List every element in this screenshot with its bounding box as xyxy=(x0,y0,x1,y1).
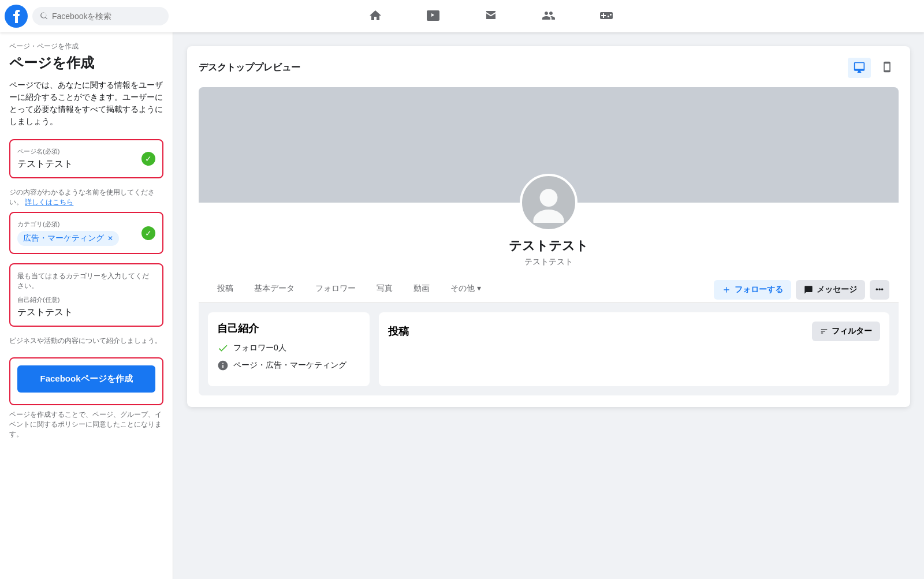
tabs-left: 投稿 基本データ フォロワー 写真 動画 その他 ▾ xyxy=(208,277,490,302)
svg-point-1 xyxy=(540,189,558,207)
posts-section: 投稿 フィルター xyxy=(379,312,889,386)
name-hint: ジの内容がわかるような名前を使用してください。 詳しくはこちら xyxy=(9,188,163,207)
page-description: ページでは、あなたに関する情報をユーザーに紹介することができます。ユーザーにとっ… xyxy=(9,79,163,128)
posts-header: 投稿 フィルター xyxy=(388,322,880,341)
info-icon xyxy=(217,360,229,371)
main-content: デスクトッププレビュー xyxy=(173,0,924,579)
profile-tabs: 投稿 基本データ フォロワー 写真 動画 その他 ▾ フォローする メッセージ xyxy=(199,277,899,303)
nav-left: Facebookを検索 xyxy=(0,5,173,28)
profile-avatar xyxy=(520,174,578,231)
create-button-section: Facebookページを作成 xyxy=(9,357,163,405)
category-check-icon: ✓ xyxy=(141,226,155,240)
page-name-section[interactable]: ページ名(必須) テストテスト ✓ xyxy=(9,139,163,178)
left-sidebar: ページ・ページを作成 ページを作成 ページでは、あなたに関する情報をユーザーに紹… xyxy=(0,32,173,579)
message-icon xyxy=(804,285,813,294)
nav-store-btn[interactable] xyxy=(462,2,520,30)
avatar-icon xyxy=(528,182,569,223)
bio-label: 自己紹介(任意) xyxy=(17,296,155,304)
tabs-right: フォローする メッセージ ••• xyxy=(714,280,889,300)
followers-item: フォロワー0人 xyxy=(217,342,360,354)
profile-subtitle: テストテスト xyxy=(199,257,899,267)
nav-home-btn[interactable] xyxy=(346,2,404,30)
preview-container: デスクトッププレビュー xyxy=(187,46,910,407)
search-bar[interactable]: Facebookを検索 xyxy=(32,7,169,25)
category-label: カテゴリ(必須) xyxy=(17,220,155,229)
breadcrumb: ページ・ページを作成 xyxy=(9,42,163,51)
terms-text: ページを作成することで、ページ、グループ、イベントに関するポリシーに同意したこと… xyxy=(9,410,163,439)
followers-text: フォロワー0人 xyxy=(233,343,286,353)
profile-preview: テストテスト テストテスト 投稿 基本データ フォロワー 写真 動画 その他 ▾… xyxy=(199,87,899,395)
posts-title: 投稿 xyxy=(388,324,409,338)
desktop-view-btn[interactable] xyxy=(848,58,871,78)
preview-header: デスクトッププレビュー xyxy=(199,58,899,78)
cover-photo xyxy=(199,87,899,203)
bio-section[interactable]: 最も当てはまるカテゴリーを入力してください。 自己紹介(任意) テストテスト xyxy=(9,263,163,327)
more-button[interactable]: ••• xyxy=(870,280,889,300)
tab-posts[interactable]: 投稿 xyxy=(208,277,243,302)
tab-photos[interactable]: 写真 xyxy=(367,277,402,302)
nav-friends-btn[interactable] xyxy=(520,2,578,30)
create-page-button[interactable]: Facebookページを作成 xyxy=(17,365,155,393)
category-remove-icon[interactable]: ✕ xyxy=(107,234,113,242)
filter-button[interactable]: フィルター xyxy=(812,322,880,341)
profile-name: テストテスト xyxy=(199,237,899,255)
nav-gaming-btn[interactable] xyxy=(578,2,635,30)
category-hint: 最も当てはまるカテゴリーを入力してください。 xyxy=(17,271,155,291)
tab-basic-data[interactable]: 基本データ xyxy=(245,277,304,302)
page-name-value: テストテスト xyxy=(17,158,155,170)
category-tag[interactable]: 広告・マーケティング ✕ xyxy=(17,231,119,246)
nav-video-btn[interactable] xyxy=(404,2,462,30)
page-category-item: ページ・広告・マーケティング xyxy=(217,360,360,371)
preview-title: デスクトッププレビュー xyxy=(199,62,300,74)
intro-title: 自己紹介 xyxy=(217,322,360,335)
page-name-check-icon: ✓ xyxy=(141,152,155,166)
page-title: ページを作成 xyxy=(9,54,163,72)
page-name-label: ページ名(必須) xyxy=(17,147,155,156)
message-button[interactable]: メッセージ xyxy=(796,280,865,300)
search-input[interactable]: Facebookを検索 xyxy=(52,12,133,21)
profile-body: 自己紹介 フォロワー0人 ページ・広告・マーケティング 投稿 xyxy=(199,303,899,395)
category-section[interactable]: カテゴリ(必須) 広告・マーケティング ✕ ✓ xyxy=(9,212,163,254)
followers-check-icon xyxy=(217,342,229,354)
facebook-logo[interactable] xyxy=(5,5,28,28)
search-icon xyxy=(39,12,49,21)
tab-videos[interactable]: 動画 xyxy=(404,277,439,302)
nav-center xyxy=(173,2,808,30)
filter-icon xyxy=(820,327,828,335)
top-navigation: Facebookを検索 xyxy=(0,0,924,32)
tab-followers[interactable]: フォロワー xyxy=(306,277,365,302)
device-toggle xyxy=(848,58,899,78)
intro-section: 自己紹介 フォロワー0人 ページ・広告・マーケティング xyxy=(208,312,370,386)
category-value: 広告・マーケティング xyxy=(23,233,104,244)
follow-button[interactable]: フォローする xyxy=(714,280,791,300)
follow-icon xyxy=(722,285,731,294)
svg-point-2 xyxy=(533,210,564,223)
bio-value: テストテスト xyxy=(17,307,155,319)
name-hint-link[interactable]: 詳しくはこちら xyxy=(25,198,73,206)
mobile-view-btn[interactable] xyxy=(875,58,899,78)
tab-more[interactable]: その他 ▾ xyxy=(441,277,490,302)
page-category-text: ページ・広告・マーケティング xyxy=(233,360,346,371)
bio-hint: ビジネスや活動の内容について紹介しましょう。 xyxy=(9,336,163,346)
